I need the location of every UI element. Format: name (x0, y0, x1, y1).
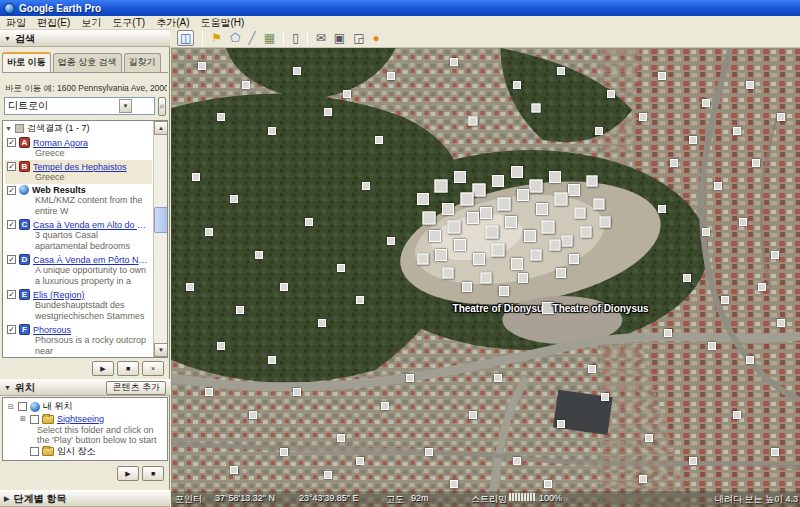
stop-tour-button[interactable]: ■ (142, 466, 164, 481)
result-checkbox[interactable]: ✓ (7, 220, 16, 229)
photo-marker-icon[interactable] (689, 457, 697, 465)
photo-marker-icon[interactable] (255, 251, 263, 259)
result-title[interactable]: Elis (Region) (33, 290, 85, 300)
search-button[interactable]: ⌕ (158, 97, 166, 116)
photo-marker-icon[interactable] (777, 319, 785, 327)
photo-marker-icon[interactable] (689, 136, 697, 144)
photo-marker-icon[interactable] (494, 374, 502, 382)
result-title[interactable]: Roman Agora (33, 138, 88, 148)
combo-dropdown-icon[interactable]: ▼ (119, 99, 132, 113)
result-checkbox[interactable]: ✓ (7, 325, 16, 334)
my-places-checkbox[interactable] (18, 402, 27, 411)
photo-marker-icon[interactable] (492, 175, 504, 187)
photo-marker-icon[interactable] (205, 228, 213, 236)
photo-marker-icon[interactable] (513, 81, 521, 89)
temporary-places-checkbox[interactable] (30, 447, 39, 456)
photo-marker-icon[interactable] (425, 448, 433, 456)
photo-marker-icon[interactable] (639, 113, 647, 121)
photo-marker-icon[interactable] (568, 184, 580, 196)
photo-marker-icon[interactable] (531, 103, 540, 112)
photo-marker-icon[interactable] (683, 274, 691, 282)
photo-marker-icon[interactable] (593, 199, 604, 210)
tab-1[interactable]: 업종 상호 검색 (53, 53, 122, 72)
search-result-item[interactable]: ✓Web ResultsKML/KMZ content from the ent… (5, 184, 152, 218)
print-icon[interactable]: ▣ (334, 31, 345, 45)
photo-marker-icon[interactable] (670, 159, 678, 167)
photo-marker-icon[interactable] (658, 205, 666, 213)
places-panel-header[interactable]: ▼ 위치 콘텐츠 추가 (0, 379, 170, 396)
photo-marker-icon[interactable] (708, 342, 716, 350)
photo-marker-icon[interactable] (324, 108, 332, 116)
photo-marker-icon[interactable] (318, 319, 326, 327)
photo-marker-icon[interactable] (480, 272, 491, 283)
scroll-down-icon[interactable]: ▼ (154, 343, 168, 357)
photo-marker-icon[interactable] (777, 113, 785, 121)
result-title[interactable]: Casa à Venda em Alto do Nom Artis (33, 220, 152, 230)
result-title[interactable]: Casa À Venda em Pôrto Nomot Artis (33, 255, 152, 265)
photo-marker-icon[interactable] (746, 356, 754, 364)
photo-marker-icon[interactable] (733, 127, 741, 135)
photo-marker-icon[interactable] (733, 411, 741, 419)
photo-marker-icon[interactable] (524, 230, 536, 242)
tree-expander-icon[interactable]: ▼ (5, 125, 12, 132)
ruler-icon[interactable]: ▯ (292, 31, 299, 45)
search-result-item[interactable]: ✓CCasa à Venda em Alto do Nom Artis3 qua… (5, 218, 152, 253)
result-title[interactable]: Phorsous (33, 325, 71, 335)
sightseeing-label[interactable]: Sightseeing (57, 414, 104, 424)
photo-marker-icon[interactable] (739, 218, 747, 226)
photo-marker-icon[interactable] (230, 195, 238, 203)
search-results-header[interactable]: ▼ 검색결과 (1 - 7) (5, 121, 152, 136)
photo-marker-icon[interactable] (468, 117, 477, 126)
tree-expander-icon[interactable]: ⊞ (19, 415, 27, 423)
search-result-item[interactable]: ✓DCasa À Venda em Pôrto Nomot ArtisA uni… (5, 253, 152, 288)
add-path-icon[interactable]: ╱ (249, 31, 256, 45)
photo-marker-icon[interactable] (557, 420, 565, 428)
clear-results-button[interactable]: × (142, 361, 164, 376)
photo-marker-icon[interactable] (549, 240, 560, 251)
search-panel-header[interactable]: ▼ 검색 (0, 30, 170, 47)
photo-marker-icon[interactable] (450, 58, 458, 66)
result-checkbox[interactable]: ✓ (7, 138, 16, 147)
title-bar[interactable]: Google Earth Pro (0, 0, 800, 16)
photo-marker-icon[interactable] (268, 127, 276, 135)
map-viewport[interactable]: Theatre of Dionysus Theatre of Dionysus … (171, 48, 800, 507)
photo-marker-icon[interactable] (473, 184, 486, 197)
photo-marker-icon[interactable] (217, 342, 225, 350)
photo-marker-icon[interactable] (417, 193, 429, 205)
result-checkbox[interactable]: ✓ (7, 255, 16, 264)
tab-0[interactable]: 바로 이동 (2, 52, 51, 72)
placemark-label[interactable]: Theatre of Dionysus (453, 302, 549, 313)
photo-marker-icon[interactable] (337, 434, 345, 442)
photo-marker-icon[interactable] (280, 283, 288, 291)
photo-marker-icon[interactable] (186, 283, 194, 291)
photo-marker-icon[interactable] (324, 471, 332, 479)
photo-marker-icon[interactable] (362, 182, 370, 190)
photo-marker-icon[interactable] (435, 249, 447, 261)
photo-marker-icon[interactable] (422, 211, 435, 224)
photo-marker-icon[interactable] (442, 267, 453, 278)
photo-marker-icon[interactable] (549, 171, 561, 183)
photo-marker-icon[interactable] (752, 159, 760, 167)
photo-marker-icon[interactable] (485, 225, 498, 238)
photo-marker-icon[interactable] (530, 249, 541, 260)
photo-marker-icon[interactable] (544, 480, 552, 488)
photo-marker-icon[interactable] (198, 62, 206, 70)
photo-marker-icon[interactable] (771, 448, 779, 456)
scrollbar-thumb[interactable] (154, 207, 168, 233)
search-result-item[interactable]: ✓BTempel des HephaistosGreece (5, 160, 152, 184)
photo-marker-icon[interactable] (356, 457, 364, 465)
photo-marker-icon[interactable] (511, 166, 523, 178)
menu-item-3[interactable]: 도구(T) (112, 16, 145, 30)
photo-marker-icon[interactable] (498, 198, 511, 211)
search-input[interactable] (4, 97, 155, 115)
photo-marker-icon[interactable] (595, 127, 603, 135)
menu-item-2[interactable]: 보기 (81, 16, 101, 30)
sightseeing-checkbox[interactable] (30, 415, 39, 424)
photo-marker-icon[interactable] (454, 171, 466, 183)
play-tour-button[interactable]: ▶ (117, 466, 139, 481)
photo-marker-icon[interactable] (462, 282, 472, 292)
photo-marker-icon[interactable] (387, 237, 395, 245)
photo-marker-icon[interactable] (721, 296, 729, 304)
photo-marker-icon[interactable] (293, 67, 301, 75)
photo-marker-icon[interactable] (492, 243, 505, 256)
